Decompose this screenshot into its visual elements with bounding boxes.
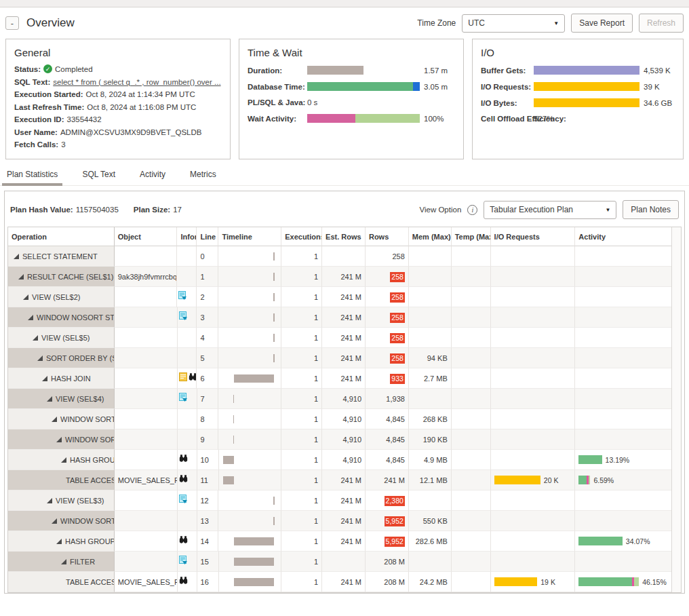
expand-toggle-icon[interactable] (61, 559, 66, 564)
expand-toggle-icon[interactable] (52, 518, 57, 524)
column-header-i-o-requests[interactable]: I/O Requests (491, 227, 576, 246)
table-row[interactable]: FILTER151208 M (8, 552, 671, 572)
column-header-executions[interactable]: Executions (281, 227, 322, 246)
view-option-select[interactable]: Tabular Execution Plan ▼ (484, 201, 616, 219)
column-header-timeline[interactable]: Timeline (218, 227, 281, 246)
expand-toggle-icon[interactable] (37, 355, 43, 361)
timeline-cell (219, 450, 282, 470)
rows-alert-badge: 2,380 (385, 496, 405, 506)
table-row[interactable]: VIEW (SEL$5)41241 M258 (8, 328, 671, 348)
expand-toggle-icon[interactable] (52, 417, 57, 422)
table-row[interactable]: WINDOW SORT (SEL$814,9104,845268 KB (8, 409, 671, 429)
est-rows-cell: 241 M (322, 368, 366, 389)
column-header-activity[interactable]: Activity (575, 227, 671, 246)
column-header-rows[interactable]: Rows (366, 227, 409, 246)
table-row[interactable]: VIEW (SEL$3)121241 M2,380 (8, 490, 671, 511)
filter-icon[interactable] (179, 552, 187, 572)
column-header-temp-max-[interactable]: Temp (Max) (452, 227, 491, 246)
field-value: ADMIN@XCSVU3MX9D9BVET_QSLDB (60, 128, 202, 136)
general-panel-title: General (14, 47, 222, 58)
table-row[interactable]: VIEW (SEL$4)714,9101,938 (8, 389, 671, 409)
table-row[interactable]: WINDOW SORT (SEL$131241 M5,952550 KB (8, 511, 671, 531)
tab-plan-statistics[interactable]: Plan Statistics (7, 170, 58, 185)
binoculars-icon[interactable] (179, 470, 188, 490)
line-id-cell: 13 (197, 511, 219, 531)
table-row[interactable]: WINDOW SORT914,9104,845190 KB (8, 429, 671, 450)
executions-cell: 1 (281, 450, 322, 470)
filter-icon[interactable] (179, 307, 187, 328)
line-id-cell: 1 (197, 267, 218, 287)
note-icon[interactable] (179, 368, 187, 389)
sql-text-link[interactable]: select * from ( select q_.* , row_number… (53, 78, 220, 86)
operation-name: TABLE ACCESS S (66, 476, 115, 484)
binoculars-icon[interactable] (179, 450, 188, 470)
mem-max-cell (409, 389, 452, 409)
table-scrollbar[interactable] (671, 227, 681, 592)
expand-toggle-icon[interactable] (23, 294, 28, 300)
collapse-overview-button[interactable]: - (5, 16, 19, 30)
column-header-mem-max-[interactable]: Mem (Max) (409, 227, 452, 246)
metric-value: 34.6 GB (644, 99, 675, 107)
tab-sql-text[interactable]: SQL Text (82, 170, 115, 185)
plan-notes-button[interactable]: Plan Notes (623, 200, 679, 219)
filter-icon[interactable] (179, 389, 187, 409)
table-row[interactable]: SORT ORDER BY (SEL$5)51241 M25894 KB (8, 348, 671, 368)
expand-toggle-icon[interactable] (47, 498, 52, 503)
tab-activity[interactable]: Activity (140, 170, 165, 185)
table-row[interactable]: WINDOW NOSORT STOPKEY31241 M258 (8, 307, 671, 328)
binoculars-icon[interactable] (179, 531, 188, 552)
table-row[interactable]: TABLE ACCESS SMOVIE_SALES_FACT111241 M24… (8, 470, 671, 490)
mem-max-cell (409, 287, 452, 307)
table-row[interactable]: HASH JOIN61241 M9332.7 MB (8, 368, 671, 389)
temp-max-cell (452, 389, 491, 409)
field-value: 33554432 (66, 115, 101, 123)
timewait-metric: PL/SQL & Java:0 s (248, 98, 455, 107)
information-cell (178, 429, 197, 450)
temp-max-cell (452, 450, 491, 470)
info-icon[interactable]: i (467, 205, 477, 215)
rows-cell: 258 (366, 287, 409, 307)
executions-cell: 1 (281, 490, 322, 511)
status-value: Completed (55, 65, 93, 73)
filter-icon[interactable] (179, 490, 187, 511)
time-zone-select[interactable]: UTC ▼ (462, 14, 565, 33)
view-option-value: Tabular Execution Plan (490, 205, 573, 214)
column-header-object[interactable]: Object (115, 227, 178, 246)
column-header-est-rows[interactable]: Est. Rows (322, 227, 366, 246)
table-row[interactable]: RESULT CACHE (SEL$1)9ak38jh9fvmrrcbq8t4g… (8, 267, 671, 287)
activity-bar-segment (578, 455, 602, 464)
column-header-information[interactable]: Information (177, 227, 197, 246)
save-report-button[interactable]: Save Report (571, 14, 633, 33)
binoculars-icon[interactable] (189, 368, 197, 389)
table-row[interactable]: TABLE ACCESS SMOVIE_SALES_FACT161241 M20… (8, 572, 671, 592)
expand-toggle-icon[interactable] (56, 437, 62, 442)
general-field: SQL Text:select * from ( select q_.* , r… (14, 78, 222, 86)
line-id-cell: 8 (197, 409, 219, 429)
expand-toggle-icon[interactable] (61, 457, 66, 463)
refresh-button[interactable]: Refresh (639, 14, 684, 33)
expand-toggle-icon[interactable] (42, 376, 47, 381)
expand-toggle-icon[interactable] (14, 254, 19, 259)
expand-toggle-icon[interactable] (28, 315, 33, 320)
expand-toggle-icon[interactable] (56, 539, 62, 544)
executions-cell: 1 (281, 470, 322, 490)
binoculars-icon[interactable] (179, 572, 188, 592)
column-header-line-id[interactable]: Line ID (197, 227, 218, 246)
filter-icon[interactable] (178, 287, 186, 307)
expand-toggle-icon[interactable] (33, 335, 38, 341)
activity-cell (575, 511, 671, 531)
expand-toggle-icon[interactable] (47, 396, 52, 402)
rows-alert-badge: 258 (390, 313, 405, 323)
activity-cell: 46.15% (575, 572, 671, 592)
table-row[interactable]: VIEW (SEL$2)21241 M258 (8, 287, 671, 307)
operation-cell: WINDOW NOSORT STOPKEY (8, 307, 115, 328)
information-cell (178, 307, 197, 328)
table-row[interactable]: HASH GROUP BY141241 M5,952282.6 MB34.07% (8, 531, 671, 552)
io-requests-cell (491, 368, 576, 389)
table-row[interactable]: HASH GROUP BY1014,9104,8454.9 MB13.19% (8, 450, 671, 470)
column-header-operation[interactable]: Operation (8, 227, 115, 246)
tab-metrics[interactable]: Metrics (190, 170, 216, 185)
expand-toggle-icon[interactable] (18, 274, 24, 280)
table-row[interactable]: SELECT STATEMENT01258 (8, 246, 671, 267)
rows-cell: 241 M (366, 470, 409, 490)
